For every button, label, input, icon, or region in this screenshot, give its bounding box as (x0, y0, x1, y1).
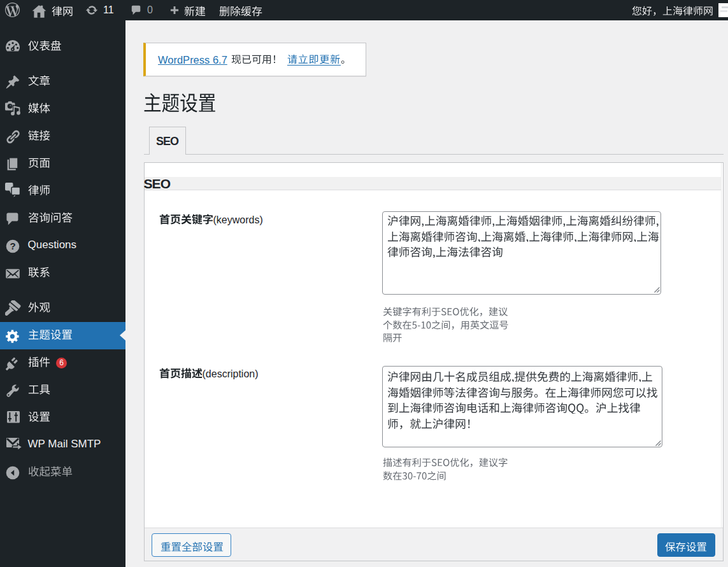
svg-text:?: ? (10, 241, 15, 251)
